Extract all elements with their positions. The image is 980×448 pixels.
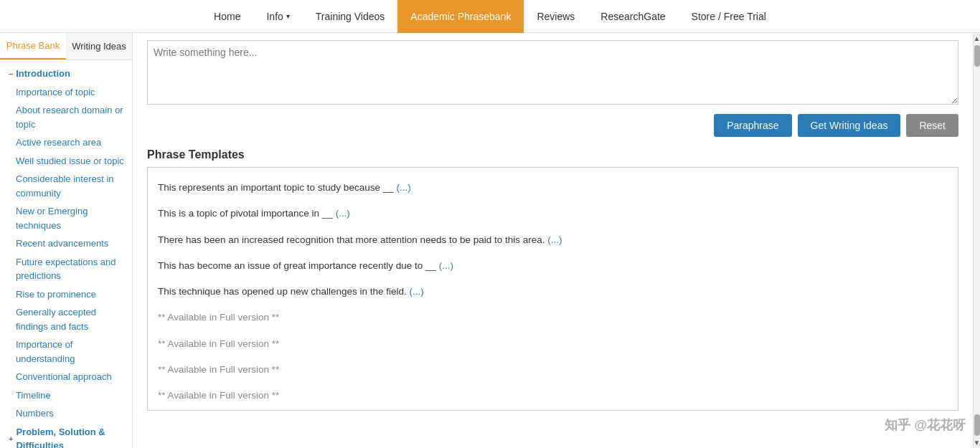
phrase-item-3: This has become an issue of great import… (158, 253, 948, 279)
scroll-up-arrow[interactable]: ▲ (972, 33, 980, 44)
scrollbar-thumb-bottom[interactable] (974, 414, 980, 436)
reset-button[interactable]: Reset (906, 114, 958, 137)
scrollbar-thumb-top[interactable] (974, 45, 980, 67)
phrase-item-4: This technique has opened up new challen… (158, 279, 948, 305)
sidebar-tree: – Introduction Importance of topic About… (0, 60, 132, 448)
sidebar-subitem-research-domain[interactable]: About research domain or topic (0, 101, 132, 133)
nav-store[interactable]: Store / Free Trial (679, 0, 779, 33)
nav-phrasebank[interactable]: Academic Phrasebank (397, 0, 524, 33)
sidebar-subitem-well-studied[interactable]: Well studied issue or topic (0, 152, 132, 171)
sidebar-subitem-conventional-approach[interactable]: Conventional approach (0, 368, 132, 386)
navigation: Home Info ▾ Training Videos Academic Phr… (0, 0, 980, 33)
sidebar-subitem-considerable-interest[interactable]: Considerable interest in community (0, 170, 132, 202)
action-buttons: Paraphrase Get Writing Ideas Reset (147, 114, 958, 137)
sidebar-subitem-new-emerging[interactable]: New or Emerging techniques (0, 202, 132, 234)
phrase-templates-heading: Phrase Templates (147, 148, 958, 161)
expand-toggle-problem: + (9, 433, 13, 445)
sidebar-subitem-timeline[interactable]: Timeline (0, 386, 132, 405)
phrase-item-1: This is a topic of pivotal importance in… (158, 201, 948, 227)
nav-info[interactable]: Info ▾ (253, 0, 302, 33)
write-input[interactable] (147, 40, 958, 105)
nav-training[interactable]: Training Videos (303, 0, 398, 33)
phrase-item-0: This represents an important topic to st… (158, 175, 948, 201)
sidebar-subitem-active-research[interactable]: Active research area (0, 133, 132, 152)
sidebar-item-problem-solution[interactable]: + Problem, Solution & Difficulties (0, 423, 132, 449)
tab-phrase-bank[interactable]: Phrase Bank (0, 33, 66, 59)
tab-writing-ideas[interactable]: Writing Ideas (66, 33, 132, 59)
phrase-item-available-4: ** Available in Full version ** (158, 383, 948, 409)
chevron-down-icon: ▾ (286, 12, 290, 20)
sidebar-subitem-recent-advancements[interactable]: Recent advancements (0, 234, 132, 253)
main-layout: Phrase Bank Writing Ideas – Introduction… (0, 33, 980, 448)
sidebar-subitem-importance-topic[interactable]: Importance of topic (0, 83, 132, 102)
sidebar-tabs: Phrase Bank Writing Ideas (0, 33, 132, 60)
phrase-item-available-1: ** Available in Full version ** (158, 305, 948, 330)
nav-researchgate[interactable]: ResearchGate (588, 0, 678, 33)
sidebar-subitem-rise-prominence[interactable]: Rise to prominence (0, 285, 132, 304)
nav-reviews[interactable]: Reviews (524, 0, 588, 33)
sidebar: Phrase Bank Writing Ideas – Introduction… (0, 33, 133, 448)
phrase-templates-box: This represents an important topic to st… (147, 167, 958, 411)
sidebar-item-introduction[interactable]: – Introduction (0, 65, 132, 83)
main-content: Paraphrase Get Writing Ideas Reset Phras… (133, 33, 973, 448)
phrase-item-2: There has been an increased recognition … (158, 227, 948, 253)
sidebar-subitem-numbers[interactable]: Numbers (0, 404, 132, 423)
get-writing-ideas-button[interactable]: Get Writing Ideas (798, 114, 901, 137)
sidebar-subitem-future-expectations[interactable]: Future expectations and predictions (0, 253, 132, 285)
collapse-toggle-introduction: – (9, 68, 13, 80)
nav-home[interactable]: Home (201, 0, 253, 33)
paraphrase-button[interactable]: Paraphrase (714, 114, 791, 137)
scroll-down-arrow[interactable]: ▼ (972, 437, 980, 448)
phrase-item-available-3: ** Available in Full version ** (158, 357, 948, 383)
page-scrollbar: ▲ ▼ (973, 33, 980, 448)
phrase-item-available-2: ** Available in Full version ** (158, 331, 948, 357)
sidebar-subitem-importance-understanding[interactable]: Importance of understanding (0, 335, 132, 368)
sidebar-subitem-generally-accepted[interactable]: Generally accepted findings and facts (0, 303, 132, 335)
